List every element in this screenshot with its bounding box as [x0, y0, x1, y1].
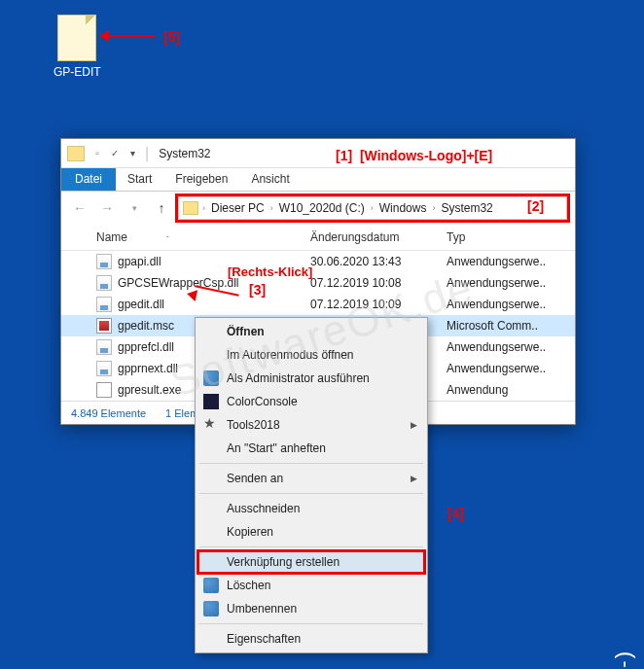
desktop-shortcut-gpedit[interactable]: GP-EDIT: [54, 15, 101, 79]
breadcrumb-segment[interactable]: Windows: [377, 201, 429, 215]
file-type: Anwendungserwe..: [447, 340, 546, 354]
chevron-right-icon: ▶: [411, 420, 417, 430]
tab-file[interactable]: Datei: [61, 168, 116, 191]
colorconsole-icon: [203, 394, 219, 409]
file-dll-icon: [96, 297, 112, 312]
file-exe-icon: [96, 382, 112, 398]
column-type[interactable]: Typ: [447, 230, 575, 244]
file-row[interactable]: GPCSEWrapperCsp.dll07.12.2019 10:08Anwen…: [61, 272, 575, 294]
tab-start[interactable]: Start: [116, 168, 163, 191]
menu-tools[interactable]: Tools2018▶: [197, 413, 425, 437]
breadcrumb-segment[interactable]: Dieser PC: [209, 201, 267, 215]
menu-separator: [199, 463, 423, 464]
file-type: Anwendung: [447, 383, 508, 397]
annotation-5: [5]: [163, 29, 180, 45]
menu-cut[interactable]: Ausschneiden: [197, 497, 425, 520]
file-dll-icon: [96, 254, 112, 269]
ribbon-tabs: Datei Start Freigeben Ansicht: [61, 168, 575, 192]
file-type: Anwendungserwe..: [447, 298, 546, 311]
file-type: Anwendungserwe..: [447, 362, 546, 375]
menu-separator: [199, 546, 423, 547]
chevron-right-icon[interactable]: ›: [268, 203, 275, 213]
watermark-vert: www.SoftwareOK.de :-): [611, 650, 636, 669]
file-date: 07.12.2019 10:08: [310, 276, 447, 290]
annotation-3-label: [Rechts-Klick]: [228, 264, 312, 279]
menu-pin-start[interactable]: An "Start" anheften: [197, 437, 425, 460]
file-row[interactable]: gpapi.dll30.06.2020 13:43Anwendungserwe.…: [61, 251, 575, 272]
file-msc-icon: [96, 318, 112, 334]
shield-icon: [203, 578, 219, 593]
nav-row: ← → ▾ ↑ › Dieser PC › W10_2020d (C:) › W…: [61, 192, 575, 225]
annotation-3: [3]: [249, 282, 266, 298]
window-title: System32: [159, 147, 210, 160]
chevron-right-icon[interactable]: ›: [369, 203, 376, 213]
file-date: 30.06.2020 13:43: [310, 255, 447, 268]
menu-copy[interactable]: Kopieren: [197, 520, 425, 544]
forward-button[interactable]: →: [96, 197, 118, 219]
menu-open[interactable]: Öffnen: [197, 320, 425, 343]
file-dll-icon: [96, 339, 112, 355]
tab-share[interactable]: Freigeben: [163, 168, 239, 191]
menu-rename[interactable]: Umbenennen: [197, 597, 425, 620]
file-name: gpedit.dll: [118, 298, 310, 311]
breadcrumb-segment[interactable]: System32: [439, 201, 494, 215]
menu-separator: [199, 493, 423, 494]
back-button[interactable]: ←: [69, 197, 90, 219]
annotation-4: [4]: [447, 506, 464, 521]
breadcrumb-segment[interactable]: W10_2020d (C:): [277, 201, 367, 215]
chevron-right-icon: ▶: [411, 474, 417, 483]
chevron-right-icon[interactable]: ›: [200, 203, 207, 213]
file-type: Microsoft Comm..: [447, 319, 538, 333]
menu-send-to[interactable]: Senden an▶: [197, 467, 425, 490]
menu-separator: [199, 623, 423, 624]
qa-icon[interactable]: ▫: [90, 147, 104, 160]
breadcrumb[interactable]: › Dieser PC › W10_2020d (C:) › Windows ›…: [178, 196, 567, 220]
arrow-head-icon: [99, 30, 109, 42]
context-menu: Öffnen Im Autorenmodus öffnen Als Admini…: [195, 317, 428, 653]
qa-icon[interactable]: ✓: [108, 147, 122, 160]
folder-icon: [67, 146, 85, 161]
file-row[interactable]: gpedit.dll07.12.2019 10:09Anwendungserwe…: [61, 294, 575, 315]
desktop-icon-label: GP-EDIT: [54, 65, 101, 79]
column-headers[interactable]: Nameˆ Änderungsdatum Typ: [61, 225, 575, 251]
menu-run-admin[interactable]: Als Administrator ausführen: [197, 367, 425, 390]
file-type: Anwendungserwe..: [447, 276, 546, 290]
document-icon: [57, 15, 96, 61]
file-date: 07.12.2019 10:09: [310, 298, 447, 311]
menu-delete[interactable]: Löschen: [197, 574, 425, 597]
file-dll-icon: [96, 275, 112, 291]
sort-asc-icon: ˆ: [166, 234, 169, 243]
folder-icon: [183, 201, 198, 215]
titlebar[interactable]: ▫ ✓ ▾ | System32: [61, 139, 575, 168]
menu-colorconsole[interactable]: ColorConsole: [197, 390, 425, 413]
shield-icon: [203, 601, 219, 616]
column-name: Nameˆ: [96, 230, 310, 244]
chevron-right-icon[interactable]: ›: [430, 203, 437, 213]
menu-properties[interactable]: Eigenschaften: [197, 627, 425, 651]
file-dll-icon: [96, 361, 112, 376]
menu-create-shortcut[interactable]: Verknüpfung erstellen: [197, 550, 425, 574]
shield-icon: [203, 370, 219, 386]
tab-view[interactable]: Ansicht: [239, 168, 301, 191]
file-type: Anwendungserwe..: [447, 255, 546, 268]
annotation-1: [1] [Windows-Logo]+[E]: [336, 148, 492, 163]
quick-access-toolbar: ▫ ✓ ▾: [90, 147, 139, 160]
recent-dropdown[interactable]: ▾: [124, 197, 145, 219]
up-button[interactable]: ↑: [151, 197, 172, 219]
arrow-line: [107, 35, 156, 37]
star-icon: [203, 417, 219, 433]
column-date[interactable]: Änderungsdatum: [310, 230, 447, 244]
annotation-2: [2]: [527, 198, 544, 214]
qa-dropdown-icon[interactable]: ▾: [125, 147, 139, 160]
menu-author-mode[interactable]: Im Autorenmodus öffnen: [197, 343, 425, 367]
status-count: 4.849 Elemente: [71, 407, 146, 419]
